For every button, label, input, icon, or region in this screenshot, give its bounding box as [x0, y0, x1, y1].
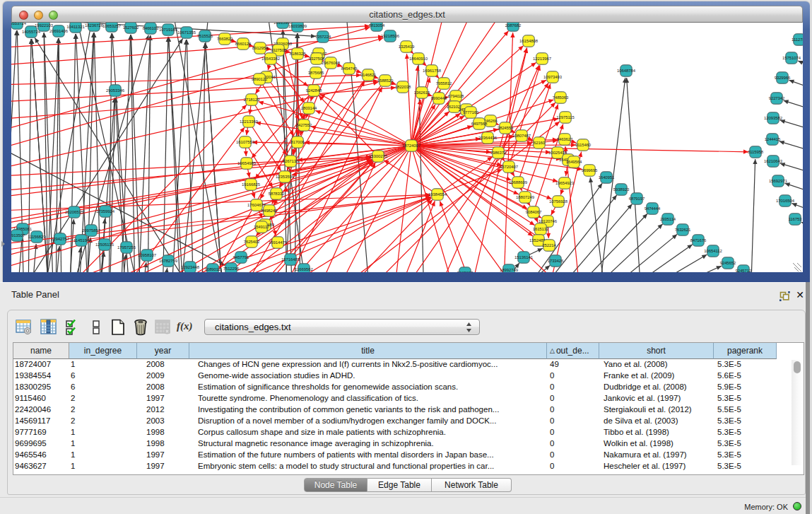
column-header-pagerank[interactable]: pagerank: [714, 343, 777, 359]
table-cell[interactable]: 18724007: [13, 359, 69, 370]
table-cell[interactable]: 1: [69, 450, 137, 461]
graph-node[interactable]: 12093582: [764, 112, 783, 124]
table-cell[interactable]: Estimation of significance thresholds fo…: [189, 382, 547, 393]
table-cell[interactable]: 2008: [137, 382, 189, 393]
tab-edge-table[interactable]: Edge Table: [367, 478, 432, 492]
graph-node[interactable]: 8471676: [690, 235, 707, 246]
new-column-icon[interactable]: [110, 319, 126, 336]
table-cell[interactable]: 5.5E-5: [714, 404, 777, 416]
graph-node[interactable]: 9663627: [457, 267, 473, 272]
graph-node[interactable]: 10719185: [159, 24, 178, 35]
table-cell[interactable]: 18300295: [13, 382, 69, 393]
table-cell[interactable]: 0: [547, 370, 599, 382]
table-cell[interactable]: 1: [69, 461, 137, 472]
graph-node[interactable]: 62160: [534, 137, 546, 148]
table-cell[interactable]: Stergiakouli et al. (2012): [599, 404, 714, 416]
graph-node[interactable]: 8466103: [143, 23, 159, 34]
graph-node[interactable]: 7632621: [675, 224, 691, 235]
graph-node[interactable]: 18640910: [409, 53, 428, 64]
graph-node[interactable]: 8498242: [261, 205, 278, 216]
window-titlebar[interactable]: citations_edges.txt: [11, 6, 803, 23]
graph-node[interactable]: 8454749: [341, 63, 358, 74]
graph-node[interactable]: 15136141: [514, 252, 534, 263]
table-cell[interactable]: 9463627: [13, 461, 69, 472]
graph-node[interactable]: 9245652: [720, 257, 736, 269]
graph-node[interactable]: 817006: [290, 136, 305, 148]
graph-node[interactable]: 1362615: [414, 87, 430, 98]
table-cell[interactable]: Dudbridge et al. (2008): [599, 382, 714, 393]
graph-node[interactable]: 7515526: [197, 30, 213, 42]
table-row[interactable]: 1872400712008Changes of HCN gene express…: [13, 359, 804, 370]
table-cell[interactable]: 0: [547, 438, 599, 450]
table-cell[interactable]: 19384554: [13, 370, 69, 382]
graph-node[interactable]: 17957255: [117, 242, 136, 253]
graph-node[interactable]: 10688609: [509, 177, 528, 188]
table-row[interactable]: 1830029562008Estimation of significance …: [13, 382, 804, 393]
table-cell[interactable]: Embryonic stem cells: a model to study s…: [189, 461, 547, 472]
graph-node[interactable]: 9463627: [557, 134, 573, 145]
delete-column-icon[interactable]: [132, 319, 149, 336]
table-cell[interactable]: 9777169: [13, 427, 69, 438]
table-source-dropdown[interactable]: citations_edges.txt: [204, 319, 480, 335]
graph-node[interactable]: 7485063: [553, 92, 569, 103]
table-cell[interactable]: Estimation of the future numbers of pati…: [189, 450, 547, 461]
graph-node[interactable]: 9457791: [233, 252, 249, 263]
graph-node[interactable]: 10973493: [543, 71, 563, 83]
table-cell[interactable]: 1998: [137, 438, 189, 450]
table-cell[interactable]: 5.9E-5: [714, 382, 777, 393]
table-cell[interactable]: 1998: [137, 427, 189, 438]
table-cell[interactable]: 5.3E-5: [714, 359, 777, 370]
table-cell[interactable]: 22420046: [13, 404, 69, 416]
table-cell[interactable]: 5.3E-5: [714, 393, 777, 404]
graph-node[interactable]: 16107553: [236, 136, 255, 148]
graph-node[interactable]: 8990448: [431, 93, 447, 104]
close-panel-icon[interactable]: ✕: [794, 289, 806, 300]
table-cell[interactable]: 2: [69, 404, 137, 416]
column-header-short[interactable]: short: [599, 343, 714, 359]
table-cell[interactable]: 9699695: [13, 438, 69, 450]
column-header-in-degree[interactable]: in_degree: [69, 343, 137, 359]
column-header-year[interactable]: year: [137, 343, 189, 359]
table-cell[interactable]: Structural magnetic resonance image aver…: [189, 438, 547, 450]
graph-node[interactable]: 8912954: [252, 42, 269, 54]
table-row[interactable]: 2242004622012Investigating the contribut…: [13, 404, 804, 416]
panel-collapse-handle[interactable]: [1, 241, 5, 247]
table-cell[interactable]: Investigating the contribution of common…: [189, 404, 547, 416]
graph-node[interactable]: 1527602: [123, 23, 139, 33]
table-cell[interactable]: 5.3E-5: [714, 416, 777, 427]
table-row[interactable]: 1938455462009Genome-wide association stu…: [13, 370, 804, 382]
table-cell[interactable]: 0: [547, 404, 599, 416]
table-cell[interactable]: Genome-wide association studies in ADHD.: [189, 370, 547, 382]
table-cell[interactable]: 1997: [137, 450, 189, 461]
table-cell[interactable]: 0: [547, 450, 599, 461]
table-cell[interactable]: 49: [547, 359, 599, 370]
table-cell[interactable]: Tourette syndrome. Phenomenology and cla…: [189, 393, 547, 404]
graph-node[interactable]: 9146821: [360, 69, 377, 81]
table-cell[interactable]: 1: [69, 438, 137, 450]
memory-status-indicator[interactable]: [793, 502, 801, 510]
table-cell[interactable]: 9465546: [13, 450, 69, 461]
graph-node[interactable]: 6879197: [629, 193, 645, 204]
table-cell[interactable]: 1997: [137, 393, 189, 404]
table-cell[interactable]: 9115460: [13, 393, 69, 404]
network-canvas[interactable]: 2055372414055724199221032069140610411321…: [11, 23, 803, 272]
function-builder-icon[interactable]: f(x): [177, 320, 201, 332]
table-cell[interactable]: 5.3E-5: [714, 427, 777, 438]
graph-node[interactable]: 15716485: [281, 254, 300, 265]
graph-node[interactable]: 1325419: [399, 41, 415, 52]
graph-node[interactable]: 11669562: [295, 264, 313, 272]
tab-network-table[interactable]: Network Table: [432, 478, 512, 492]
column-header-out-de[interactable]: △out_de...: [547, 343, 599, 359]
graph-node[interactable]: 2087682: [505, 23, 522, 31]
table-cell[interactable]: Jankovic et al. (1997): [599, 393, 714, 404]
scrollbar-thumb[interactable]: [794, 361, 801, 373]
graph-node[interactable]: 19654923: [555, 177, 575, 189]
select-mode-icon[interactable]: [65, 319, 82, 336]
graph-node[interactable]: 7625402: [244, 236, 260, 247]
graph-node[interactable]: 7986372: [490, 147, 507, 158]
graph-node[interactable]: 9329966: [775, 72, 791, 83]
table-cell[interactable]: 5.3E-5: [714, 461, 777, 472]
graph-node[interactable]: 8427552: [296, 119, 312, 131]
graph-node[interactable]: 16961758: [423, 65, 442, 76]
table-row[interactable]: 969969511998Structural magnetic resonanc…: [13, 438, 804, 450]
